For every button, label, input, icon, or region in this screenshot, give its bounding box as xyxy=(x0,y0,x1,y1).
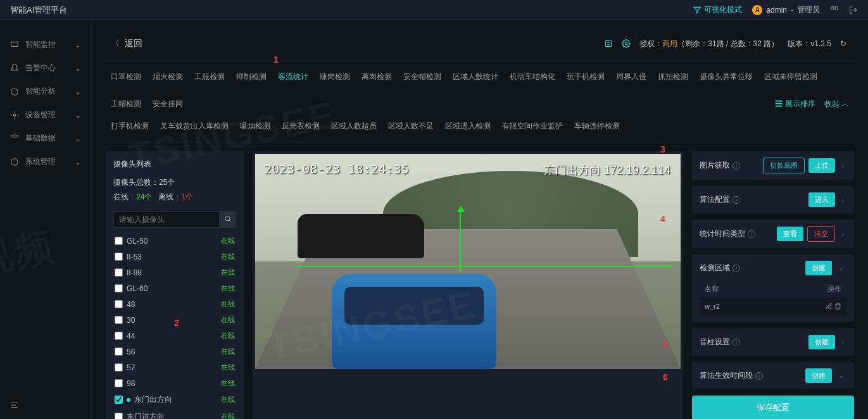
info-icon[interactable]: i xyxy=(748,230,755,238)
info-icon[interactable]: i xyxy=(733,265,740,272)
camera-checkbox[interactable] xyxy=(115,316,123,324)
tab-item[interactable]: 工服检测 xyxy=(194,69,225,85)
camera-status: 在线 xyxy=(221,252,235,261)
visualization-mode-link[interactable]: 可视化模式 xyxy=(693,4,742,15)
back-button[interactable]: 〈 返回 xyxy=(111,38,142,49)
info-icon[interactable]: i xyxy=(733,339,740,346)
collapse-sidebar-button[interactable] xyxy=(10,401,19,411)
tab-item[interactable]: 车辆违停检测 xyxy=(574,118,620,134)
tab-item[interactable]: 安全帽检测 xyxy=(403,69,441,85)
sidebar-item-alert[interactable]: 告警中心⌄ xyxy=(0,56,91,80)
tab-item[interactable]: 吸烟检测 xyxy=(240,118,270,134)
tab-item[interactable]: 周界入侵 xyxy=(616,69,646,85)
tab-item[interactable]: 区域人数不足 xyxy=(388,118,434,134)
chevron-right-icon[interactable]: › xyxy=(839,162,846,170)
camera-list-item[interactable]: GL-60在线 xyxy=(113,280,236,296)
tab-item[interactable]: 区域未停留检测 xyxy=(764,69,817,85)
camera-checkbox[interactable] xyxy=(115,379,123,387)
tab-item[interactable]: 玩手机检测 xyxy=(567,69,605,85)
view-button[interactable]: 查看 xyxy=(777,227,803,241)
camera-list-item[interactable]: GL-50在线 xyxy=(113,233,236,249)
tab-item[interactable]: 区域人数统计 xyxy=(453,69,498,85)
grid-icon[interactable] xyxy=(830,6,839,15)
tab-item[interactable]: 安全挂网 xyxy=(153,96,183,112)
svg-point-13 xyxy=(626,42,628,45)
info-icon[interactable]: i xyxy=(733,162,740,170)
create-pixel-button[interactable]: 创建 xyxy=(808,335,835,349)
chevron-down-icon[interactable]: ⌄ xyxy=(836,264,846,272)
tab-item[interactable]: 抓拍检测 xyxy=(658,69,688,85)
camera-search-button[interactable] xyxy=(220,211,236,228)
camera-checkbox[interactable] xyxy=(115,268,123,277)
chevron-right-icon[interactable]: › xyxy=(839,339,846,346)
tab-item[interactable]: 打手机检测 xyxy=(111,118,149,134)
tab-item[interactable]: 反光衣检测 xyxy=(282,118,320,134)
tab-item[interactable]: 离岗检测 xyxy=(362,69,392,85)
enter-algo-button[interactable]: 进入 xyxy=(808,192,835,207)
camera-checkbox[interactable] xyxy=(115,300,123,308)
camera-status: 在线 xyxy=(221,395,235,404)
sidebar-item-monitor[interactable]: 智能监控⌄ xyxy=(0,33,91,56)
sidebar-item-data[interactable]: 基础数据⌄ xyxy=(0,127,91,150)
camera-checkbox[interactable] xyxy=(115,237,123,245)
camera-checkbox[interactable] xyxy=(115,363,123,372)
config-panel: 图片获取i 切换底图 上传 › 算法配置i 进入 › xyxy=(692,151,854,419)
camera-checkbox[interactable] xyxy=(115,347,123,356)
filter-icon xyxy=(693,6,701,15)
sidebar-item-system[interactable]: 系统管理⌄ xyxy=(0,150,91,173)
tab-item[interactable]: 区域进入检测 xyxy=(445,118,491,134)
camera-search-input[interactable] xyxy=(113,211,220,228)
camera-list-item[interactable]: 98在线 xyxy=(113,375,236,391)
tab-item[interactable]: 烟火检测 xyxy=(153,69,183,85)
tab-item[interactable]: 抑制检测 xyxy=(236,69,267,85)
tab-item[interactable]: 叉车载货出入库检测 xyxy=(160,118,229,134)
clear-button[interactable]: 清空 xyxy=(807,226,835,242)
edit-icon[interactable] xyxy=(826,303,833,310)
user-info[interactable]: A admin - 管理员 xyxy=(752,4,820,15)
refresh-button[interactable]: ↻ xyxy=(840,39,846,48)
info-icon[interactable]: i xyxy=(755,372,763,380)
camera-name: II-99 xyxy=(127,268,217,277)
camera-list-item[interactable]: 东门出方向在线 xyxy=(113,391,236,408)
delete-icon[interactable] xyxy=(834,303,841,310)
tab-item[interactable]: 摄像头异常位移 xyxy=(700,69,753,85)
camera-list-item[interactable]: II-99在线 xyxy=(113,265,236,280)
gear-icon[interactable] xyxy=(622,39,631,48)
camera-list-item[interactable]: 56在线 xyxy=(113,344,236,360)
upload-button[interactable]: 上传 xyxy=(808,158,835,173)
camera-list-item[interactable]: 57在线 xyxy=(113,360,236,375)
camera-checkbox[interactable] xyxy=(115,396,123,404)
chevron-right-icon[interactable]: › xyxy=(839,196,846,204)
camera-list-item[interactable]: 东门进方向在线 xyxy=(113,408,236,419)
tab-item[interactable]: 有限空间作业监护 xyxy=(502,118,563,134)
tab-item[interactable]: 睡岗检测 xyxy=(320,69,350,85)
camera-checkbox[interactable] xyxy=(115,413,123,419)
detection-line-vertical xyxy=(460,208,461,272)
camera-checkbox[interactable] xyxy=(115,284,123,292)
create-area-button[interactable]: 创建 xyxy=(805,261,832,275)
camera-list-item[interactable]: 44在线 xyxy=(113,328,236,344)
video-feed[interactable]: 2023-08-23 18:24:35 东门出方向 172.19.2.114 xyxy=(255,154,681,369)
sort-link[interactable]: ☰ 展示排序 xyxy=(775,99,815,109)
chevron-down-icon: ⌄ xyxy=(75,134,81,143)
camera-list-item[interactable]: II-53在线 xyxy=(113,249,236,265)
sidebar-item-device[interactable]: 设备管理⌄ xyxy=(0,103,91,127)
switch-base-image-button[interactable]: 切换底图 xyxy=(763,158,805,173)
sidebar-item-analysis[interactable]: 智能分析⌄ xyxy=(0,80,91,103)
chevron-right-icon[interactable]: › xyxy=(839,230,846,238)
tab-item[interactable]: 工帽检测 xyxy=(111,96,141,112)
tab-item[interactable]: 区域人数超员 xyxy=(331,118,377,134)
info-icon[interactable]: i xyxy=(733,196,740,204)
camera-checkbox[interactable] xyxy=(115,332,123,340)
create-time-button[interactable]: 创建 xyxy=(805,368,832,383)
logout-icon[interactable] xyxy=(849,6,858,15)
chevron-down-icon[interactable]: ⌄ xyxy=(836,372,846,380)
collapse-link[interactable]: 收起 ︿ xyxy=(824,99,849,109)
tab-item[interactable]: 机动车结构化 xyxy=(510,69,555,85)
tab-item[interactable]: 口罩检测 xyxy=(111,69,141,85)
tab-item[interactable]: 客流统计 xyxy=(278,69,308,85)
save-config-button[interactable]: 保存配置 xyxy=(692,396,854,419)
camera-list-item[interactable]: 48在线 xyxy=(113,296,236,312)
camera-checkbox[interactable] xyxy=(115,253,123,261)
list-icon[interactable] xyxy=(604,39,613,48)
